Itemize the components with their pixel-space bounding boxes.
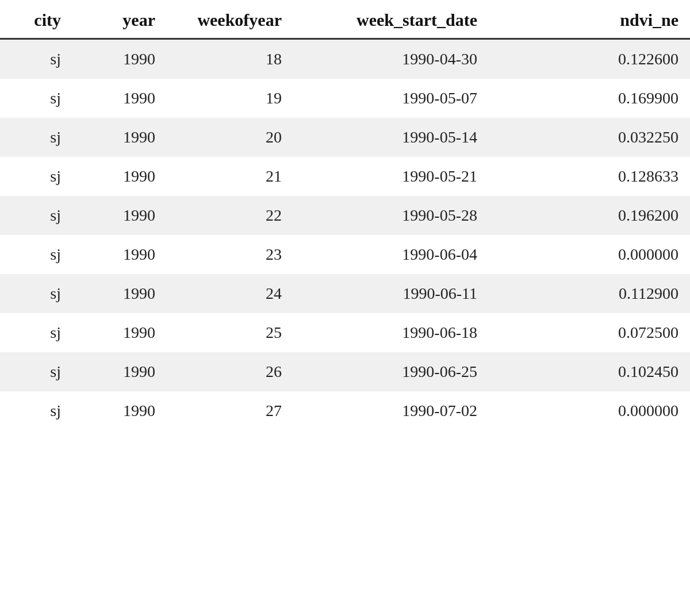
cell-year: 1990 bbox=[75, 274, 167, 313]
cell-year: 1990 bbox=[75, 313, 167, 352]
cell-week_start_date: 1990-05-07 bbox=[293, 79, 489, 118]
data-table-container: cityyearweekofyearweek_start_datendvi_ne… bbox=[0, 0, 690, 616]
cell-ndvi_ne: 0.000000 bbox=[489, 391, 690, 430]
table-row: sj1990271990-07-020.000000 bbox=[0, 391, 690, 430]
cell-city: sj bbox=[0, 274, 75, 313]
table-row: sj1990251990-06-180.072500 bbox=[0, 313, 690, 352]
cell-weekofyear: 24 bbox=[167, 274, 293, 313]
table-row: sj1990261990-06-250.102450 bbox=[0, 352, 690, 391]
cell-week_start_date: 1990-06-11 bbox=[293, 274, 489, 313]
cell-city: sj bbox=[0, 39, 75, 79]
cell-week_start_date: 1990-07-02 bbox=[293, 391, 489, 430]
table-body: sj1990181990-04-300.122600sj1990191990-0… bbox=[0, 39, 690, 431]
column-header-ndvi_ne: ndvi_ne bbox=[489, 0, 690, 39]
column-header-year: year bbox=[75, 0, 167, 39]
cell-city: sj bbox=[0, 352, 75, 391]
column-header-city: city bbox=[0, 0, 75, 39]
table-row: sj1990181990-04-300.122600 bbox=[0, 39, 690, 79]
table-row: sj1990211990-05-210.128633 bbox=[0, 157, 690, 196]
cell-year: 1990 bbox=[75, 196, 167, 235]
cell-ndvi_ne: 0.196200 bbox=[489, 196, 690, 235]
cell-week_start_date: 1990-05-21 bbox=[293, 157, 489, 196]
cell-year: 1990 bbox=[75, 79, 167, 118]
cell-ndvi_ne: 0.169900 bbox=[489, 79, 690, 118]
cell-weekofyear: 27 bbox=[167, 391, 293, 430]
cell-weekofyear: 26 bbox=[167, 352, 293, 391]
cell-weekofyear: 22 bbox=[167, 196, 293, 235]
cell-ndvi_ne: 0.032250 bbox=[489, 118, 690, 157]
cell-city: sj bbox=[0, 157, 75, 196]
cell-year: 1990 bbox=[75, 352, 167, 391]
cell-weekofyear: 18 bbox=[167, 39, 293, 79]
cell-year: 1990 bbox=[75, 391, 167, 430]
cell-weekofyear: 21 bbox=[167, 157, 293, 196]
cell-weekofyear: 20 bbox=[167, 118, 293, 157]
cell-city: sj bbox=[0, 79, 75, 118]
cell-ndvi_ne: 0.112900 bbox=[489, 274, 690, 313]
table-row: sj1990221990-05-280.196200 bbox=[0, 196, 690, 235]
cell-weekofyear: 19 bbox=[167, 79, 293, 118]
cell-city: sj bbox=[0, 391, 75, 430]
cell-city: sj bbox=[0, 196, 75, 235]
table-header-row: cityyearweekofyearweek_start_datendvi_ne bbox=[0, 0, 690, 39]
column-header-week_start_date: week_start_date bbox=[293, 0, 489, 39]
cell-year: 1990 bbox=[75, 235, 167, 274]
cell-year: 1990 bbox=[75, 157, 167, 196]
cell-ndvi_ne: 0.000000 bbox=[489, 235, 690, 274]
cell-week_start_date: 1990-06-04 bbox=[293, 235, 489, 274]
cell-city: sj bbox=[0, 235, 75, 274]
cell-year: 1990 bbox=[75, 39, 167, 79]
cell-ndvi_ne: 0.128633 bbox=[489, 157, 690, 196]
cell-week_start_date: 1990-06-25 bbox=[293, 352, 489, 391]
cell-ndvi_ne: 0.122600 bbox=[489, 39, 690, 79]
cell-weekofyear: 25 bbox=[167, 313, 293, 352]
cell-week_start_date: 1990-04-30 bbox=[293, 39, 489, 79]
cell-city: sj bbox=[0, 313, 75, 352]
cell-week_start_date: 1990-06-18 bbox=[293, 313, 489, 352]
table-row: sj1990231990-06-040.000000 bbox=[0, 235, 690, 274]
data-table: cityyearweekofyearweek_start_datendvi_ne… bbox=[0, 0, 690, 430]
cell-week_start_date: 1990-05-28 bbox=[293, 196, 489, 235]
table-row: sj1990241990-06-110.112900 bbox=[0, 274, 690, 313]
cell-ndvi_ne: 0.102450 bbox=[489, 352, 690, 391]
cell-city: sj bbox=[0, 118, 75, 157]
cell-ndvi_ne: 0.072500 bbox=[489, 313, 690, 352]
column-header-weekofyear: weekofyear bbox=[167, 0, 293, 39]
cell-year: 1990 bbox=[75, 118, 167, 157]
cell-week_start_date: 1990-05-14 bbox=[293, 118, 489, 157]
cell-weekofyear: 23 bbox=[167, 235, 293, 274]
table-row: sj1990191990-05-070.169900 bbox=[0, 79, 690, 118]
table-row: sj1990201990-05-140.032250 bbox=[0, 118, 690, 157]
